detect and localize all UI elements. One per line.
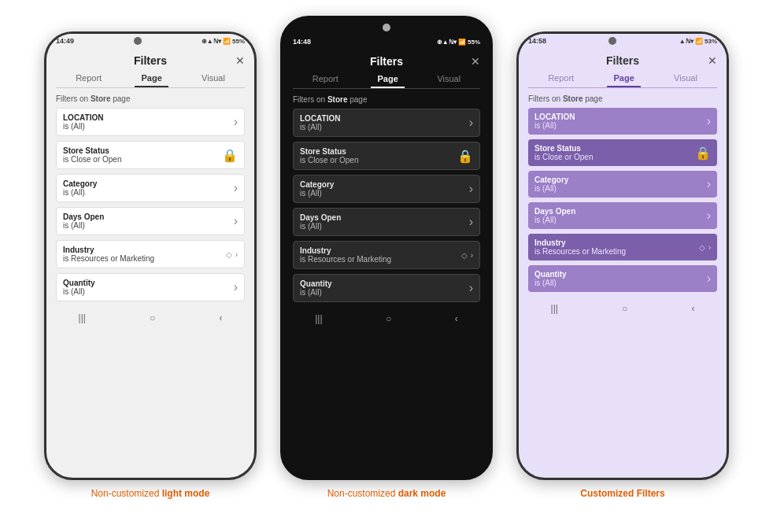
chevron-icon-quantity-dark: › [469,281,473,295]
nav-recent-light[interactable]: ‹ [219,312,222,323]
filter-header-light: Filters ✕ [56,48,245,70]
nav-recent-dark[interactable]: ‹ [455,313,458,324]
camera-dark [383,24,390,31]
filter-card-industry-purple[interactable]: Industry is Resources or Marketing ◇ › [528,234,717,260]
filter-card-category-light[interactable]: Category is (All) › [56,174,245,202]
filter-card-location-light[interactable]: LOCATION is (All) › [56,108,245,136]
time-purple: 14:58 [528,37,546,45]
bottom-nav-dark: ||| ○ ‹ [283,307,490,327]
chevron-icon-location-light: › [234,115,238,129]
chevron-icon-category-purple: › [707,177,711,191]
chevron-icon-category-dark: › [469,182,473,196]
filter-card-location-purple[interactable]: LOCATION is (All) › [528,108,717,135]
lock-icon-storestatus-light: 🔒 [222,148,238,163]
filter-title-purple: Filters [606,54,639,67]
time-light: 14:49 [56,37,74,45]
tab-visual-light[interactable]: Visual [195,70,231,87]
caption-prefix-light: Non-customized [91,488,162,499]
chevron-icon-daysopen-purple: › [707,209,711,223]
filter-card-location-dark[interactable]: LOCATION is (All) › [293,109,480,137]
filter-card-daysopen-light[interactable]: Days Open is (All) › [56,207,245,235]
nav-back-purple[interactable]: ||| [551,303,558,314]
filter-card-storestatus-light[interactable]: Store Status is Close or Open 🔒 [56,141,245,169]
status-icons-dark: ⊕▲ℕ▾ 📶 55% [437,39,480,46]
filter-card-quantity-dark[interactable]: Quantity is (All) › [293,274,480,302]
status-icons-purple: ▲ℕ▾ 📶 53% [679,38,717,45]
time-dark: 14:48 [293,38,311,46]
filter-card-storestatus-purple[interactable]: Store Status is Close or Open 🔒 [528,139,717,166]
chevron-icon-quantity-purple: › [707,272,711,286]
caption-mode-purple: Customized Filters [580,488,664,499]
caption-prefix-dark: Non-customized [327,488,398,499]
filter-card-category-purple[interactable]: Category is (All) › [528,171,717,198]
nav-home-purple[interactable]: ○ [622,303,627,314]
status-bar-light: 14:49 ⊕▲ℕ▾ 📶 55% [46,34,254,48]
nav-home-dark[interactable]: ○ [386,313,391,324]
status-icons-light: ⊕▲ℕ▾ 📶 55% [202,38,245,45]
phones-row: 14:49 ⊕▲ℕ▾ 📶 55% Filters ✕ Report Page V… [44,16,729,499]
tab-visual-purple[interactable]: Visual [668,70,704,87]
tab-report-light[interactable]: Report [69,70,108,87]
tab-report-dark[interactable]: Report [306,71,345,88]
phone-dark-container: 14:48 ⊕▲ℕ▾ 📶 55% Filters ✕ Report Page V… [280,16,493,499]
bottom-nav-light: ||| ○ ‹ [46,306,254,327]
nav-back-dark[interactable]: ||| [315,313,322,324]
filter-card-category-dark[interactable]: Category is (All) › [293,175,480,203]
phone-light: 14:49 ⊕▲ℕ▾ 📶 55% Filters ✕ Report Page V… [44,31,257,480]
camera-notch-purple [608,37,616,45]
tab-page-purple[interactable]: Page [607,70,640,87]
screen-content-light: Filters ✕ Report Page Visual Filters on … [46,48,254,301]
filter-card-daysopen-dark[interactable]: Days Open is (All) › [293,208,480,236]
caption-light: Non-customized light mode [91,488,210,499]
filter-meta-dark: Filters on Store page [293,95,480,104]
filter-meta-purple: Filters on Store page [528,94,717,103]
screen-content-purple: Filters ✕ Report Page Visual Filters on … [519,48,727,292]
filter-card-daysopen-purple[interactable]: Days Open is (All) › [528,202,717,229]
chevron-icon-industry-purple: › [708,243,711,252]
phone-dark: 14:48 ⊕▲ℕ▾ 📶 55% Filters ✕ Report Page V… [280,16,493,480]
tabs-dark: Report Page Visual [293,71,480,89]
chevron-icon-quantity-light: › [234,280,238,294]
filter-header-purple: Filters ✕ [528,48,717,70]
chevron-icon-location-purple: › [707,114,711,128]
filter-card-industry-light[interactable]: Industry is Resources or Marketing ◇ › [56,240,245,268]
phone-purple-container: 14:58 ▲ℕ▾ 📶 53% Filters ✕ Report Page Vi… [516,31,729,499]
chevron-icon-daysopen-dark: › [469,215,473,229]
filter-title-light: Filters [134,54,167,67]
chevron-icon-category-light: › [234,181,238,195]
close-button-dark[interactable]: ✕ [471,55,480,68]
chevron-icon-location-dark: › [469,116,473,130]
filter-card-quantity-light[interactable]: Quantity is (All) › [56,273,245,301]
camera-notch-light [134,37,142,45]
caption-dark: Non-customized dark mode [327,488,446,499]
tabs-purple: Report Page Visual [528,70,717,88]
nav-home-light[interactable]: ○ [150,312,155,323]
caption-mode-dark: dark mode [398,488,446,499]
diamond-icon-industry-dark: ◇ [461,251,468,260]
status-bar-dark: 14:48 ⊕▲ℕ▾ 📶 55% [283,35,490,49]
nav-recent-purple[interactable]: ‹ [691,303,694,314]
close-button-light[interactable]: ✕ [235,54,245,67]
bottom-nav-purple: ||| ○ ‹ [519,297,727,317]
tab-page-light[interactable]: Page [135,70,168,87]
filter-title-dark: Filters [370,55,403,68]
filter-card-storestatus-dark[interactable]: Store Status is Close or Open 🔒 [293,142,480,170]
tab-report-purple[interactable]: Report [542,70,580,87]
filter-card-quantity-purple[interactable]: Quantity is (All) › [528,265,717,292]
lock-icon-storestatus-dark: 🔒 [457,149,473,164]
screen-content-dark: Filters ✕ Report Page Visual Filters on … [283,49,490,302]
close-button-purple[interactable]: ✕ [708,54,717,67]
chevron-icon-daysopen-light: › [234,214,238,228]
tab-visual-dark[interactable]: Visual [431,71,467,88]
filter-card-industry-dark[interactable]: Industry is Resources or Marketing ◇ › [293,241,480,269]
chevron-icon-industry-dark: › [471,251,473,260]
phone-purple: 14:58 ▲ℕ▾ 📶 53% Filters ✕ Report Page Vi… [516,31,729,480]
filter-header-dark: Filters ✕ [293,49,480,71]
tab-page-dark[interactable]: Page [371,71,404,88]
caption-purple: Customized Filters [580,488,664,499]
caption-mode-light: light mode [162,488,210,499]
tabs-light: Report Page Visual [56,70,245,88]
filter-meta-light: Filters on Store page [56,94,245,103]
nav-back-light[interactable]: ||| [79,312,86,323]
status-bar-purple: 14:58 ▲ℕ▾ 📶 53% [519,34,727,48]
